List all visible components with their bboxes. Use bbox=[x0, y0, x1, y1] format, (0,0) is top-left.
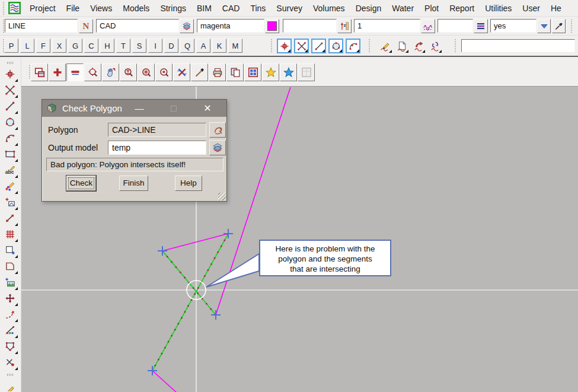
height-picker-button[interactable]: z bbox=[337, 19, 352, 33]
snap-letter-s[interactable]: S bbox=[132, 39, 146, 53]
polygon-field[interactable] bbox=[108, 123, 206, 137]
menu-item-report[interactable]: Report bbox=[444, 1, 480, 15]
snap-letter-q[interactable]: Q bbox=[180, 39, 194, 53]
menu-item-plot[interactable]: Plot bbox=[419, 1, 444, 15]
menu-item-survey[interactable]: Survey bbox=[271, 1, 308, 15]
sidebar-tool-create-point[interactable] bbox=[2, 66, 18, 82]
snap-arc-button[interactable] bbox=[346, 39, 360, 53]
view-zoom-prev-button[interactable] bbox=[155, 63, 173, 81]
sidebar-tool-text[interactable]: abc bbox=[2, 162, 18, 178]
yes-no-field[interactable] bbox=[490, 19, 537, 33]
snap-letter-f[interactable]: F bbox=[36, 39, 50, 53]
check-button[interactable]: Check bbox=[66, 176, 96, 191]
colour-swatch-button[interactable] bbox=[265, 19, 279, 33]
sidebar-tool-create-circle[interactable] bbox=[2, 114, 18, 130]
snap-intersection-button[interactable] bbox=[294, 39, 309, 53]
colour-field[interactable] bbox=[197, 19, 264, 33]
model-field[interactable] bbox=[96, 19, 179, 33]
sidebar-tool-segment-colours[interactable] bbox=[2, 323, 18, 338]
snap-letter-m[interactable]: M bbox=[228, 39, 242, 53]
menu-item-views[interactable]: Views bbox=[85, 1, 117, 15]
toolbar-grip[interactable] bbox=[7, 374, 14, 376]
maximize-button[interactable] bbox=[165, 100, 183, 117]
page-string-button[interactable] bbox=[395, 39, 409, 53]
sidebar-tool-delete-point[interactable] bbox=[2, 355, 18, 370]
view-redraw-button[interactable] bbox=[173, 63, 190, 81]
toolbar-grip[interactable] bbox=[7, 62, 14, 64]
close-button[interactable]: ✕ bbox=[199, 100, 216, 117]
style-picker-button[interactable] bbox=[474, 19, 488, 33]
view-brush-button[interactable] bbox=[191, 63, 208, 81]
snap-letter-g[interactable]: G bbox=[68, 39, 82, 53]
sidebar-tool-boundary[interactable] bbox=[2, 339, 18, 354]
toolbar-grip[interactable] bbox=[570, 20, 573, 33]
menu-item-models[interactable]: Models bbox=[117, 1, 155, 15]
view-pan-button[interactable] bbox=[102, 63, 119, 81]
sidebar-tool-move[interactable] bbox=[2, 291, 18, 306]
view-zoom-all-button[interactable] bbox=[138, 63, 155, 81]
draw-pencil-string-button[interactable] bbox=[378, 39, 392, 53]
dropdown-button[interactable] bbox=[537, 19, 551, 33]
snap-letter-l[interactable]: L bbox=[20, 39, 34, 53]
sidebar-tool-text-style[interactable] bbox=[2, 179, 18, 194]
sidebar-tool-symbol[interactable] bbox=[2, 195, 18, 210]
sidebar-tool-copy[interactable] bbox=[2, 243, 18, 258]
menu-item-bim[interactable]: BIM bbox=[191, 1, 217, 15]
toolbar-grip[interactable] bbox=[368, 39, 371, 52]
recalc-string-button[interactable] bbox=[428, 39, 442, 53]
sidebar-tool-grid[interactable] bbox=[2, 227, 18, 242]
snap-point-button[interactable] bbox=[277, 39, 292, 53]
finish-button[interactable]: Finish bbox=[119, 176, 148, 191]
command-input[interactable] bbox=[461, 39, 575, 52]
snap-circle-button[interactable] bbox=[328, 39, 343, 53]
name-field[interactable] bbox=[5, 19, 78, 33]
menu-item-utilities[interactable]: Utilities bbox=[480, 1, 517, 15]
resize-grip[interactable] bbox=[218, 193, 226, 200]
star-yellow-button[interactable] bbox=[262, 63, 279, 81]
menu-item-he[interactable]: He bbox=[545, 1, 567, 15]
menu-item-volumes[interactable]: Volumes bbox=[308, 1, 350, 15]
output-model-field[interactable] bbox=[108, 141, 206, 155]
weight-field[interactable] bbox=[354, 19, 420, 33]
dialog-titlebar[interactable]: 12 Check Polygon — ✕ bbox=[42, 100, 226, 117]
menu-item-strings[interactable]: Strings bbox=[155, 1, 191, 15]
menu-item-user[interactable]: User bbox=[517, 1, 545, 15]
snap-letter-h[interactable]: H bbox=[100, 39, 114, 53]
edit-arrow-string-button[interactable] bbox=[411, 39, 426, 53]
snap-letter-c[interactable]: C bbox=[84, 39, 98, 53]
menu-item-water[interactable]: Water bbox=[387, 1, 419, 15]
height-field[interactable] bbox=[283, 19, 337, 33]
sidebar-tool-measure[interactable] bbox=[2, 211, 18, 226]
output-model-choice-button[interactable] bbox=[209, 140, 226, 155]
eyedropper-button[interactable] bbox=[552, 19, 566, 33]
minimize-button[interactable]: — bbox=[130, 100, 148, 117]
sidebar-tool-create-line[interactable] bbox=[2, 98, 18, 114]
star-blue-button[interactable] bbox=[280, 63, 297, 81]
snap-letter-p[interactable]: P bbox=[4, 39, 18, 53]
view-print-button[interactable] bbox=[209, 63, 226, 81]
sidebar-tool-pencil[interactable] bbox=[2, 378, 18, 392]
view-zoom-button[interactable] bbox=[120, 63, 137, 81]
sidebar-tool-two-lines[interactable] bbox=[2, 82, 18, 98]
view-layout-button[interactable] bbox=[244, 63, 261, 81]
snap-line-button[interactable] bbox=[311, 39, 326, 53]
snap-letter-a[interactable]: A bbox=[196, 39, 210, 53]
view-zoom-extent-button[interactable] bbox=[84, 63, 101, 81]
help-button[interactable]: Help bbox=[175, 176, 202, 191]
snap-letter-t[interactable]: T bbox=[116, 39, 130, 53]
snap-letter-i[interactable]: I bbox=[148, 39, 162, 53]
sidebar-tool-create-arc[interactable] bbox=[2, 130, 18, 146]
name-browse-button[interactable]: N bbox=[79, 19, 93, 33]
view-minus-button[interactable] bbox=[66, 63, 84, 81]
sidebar-tool-interpolate[interactable] bbox=[2, 307, 18, 322]
menu-item-tins[interactable]: Tins bbox=[245, 1, 271, 15]
menu-item-file[interactable]: File bbox=[61, 1, 85, 15]
sidebar-tool-create-rectangle[interactable] bbox=[2, 146, 18, 162]
weight-picker-button[interactable] bbox=[421, 19, 435, 33]
view-copy-button[interactable] bbox=[226, 63, 244, 81]
sidebar-tool-polygon[interactable] bbox=[2, 259, 18, 274]
model-picker-button[interactable] bbox=[180, 19, 194, 33]
sidebar-tool-image[interactable] bbox=[2, 275, 18, 290]
toolbar-grip[interactable] bbox=[270, 39, 273, 52]
toolbar-grip[interactable] bbox=[2, 2, 5, 15]
